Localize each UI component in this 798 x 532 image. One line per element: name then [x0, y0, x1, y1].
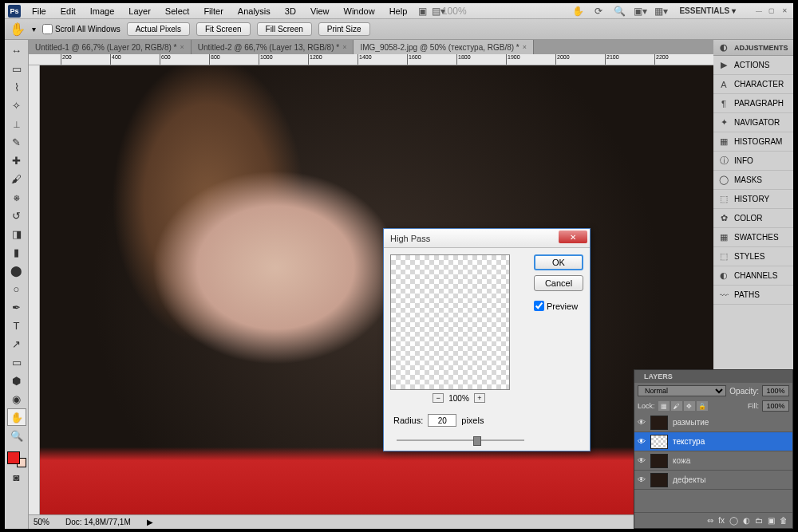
quickmask-tool[interactable]: ◙ — [7, 468, 26, 486]
menu-file[interactable]: File — [26, 5, 53, 18]
panel-navigator[interactable]: ✦NAVIGATOR — [713, 113, 793, 132]
hand-tool[interactable]: ✋ — [7, 408, 26, 426]
panel-histogram[interactable]: ▦HISTOGRAM — [713, 132, 793, 152]
eyedropper-tool[interactable]: ✎ — [7, 133, 26, 151]
crop-tool[interactable]: ⟂ — [7, 115, 26, 132]
gradient-tool[interactable]: ▮ — [7, 243, 26, 261]
pen-tool[interactable]: ✒ — [7, 298, 26, 316]
tab-untitled-1[interactable]: Untitled-1 @ 66,7% (Layer 20, RGB/8) *× — [29, 40, 192, 54]
fill-field[interactable] — [762, 400, 789, 412]
move-tool[interactable]: ↔ — [7, 41, 26, 59]
bridge-icon[interactable]: ▣ — [415, 4, 429, 18]
window-close-icon[interactable]: ✕ — [779, 7, 790, 15]
panel-paths[interactable]: 〰PATHS — [713, 286, 793, 305]
window-maximize-icon[interactable]: ▢ — [766, 7, 777, 15]
layer-thumbnail[interactable] — [650, 435, 668, 449]
zoom-out-button[interactable]: − — [433, 393, 444, 403]
menu-filter[interactable]: Filter — [197, 5, 229, 18]
panel-paragraph[interactable]: ¶PARAGRAPH — [713, 94, 793, 113]
wand-tool[interactable]: ✧ — [7, 97, 26, 114]
tab-untitled-2[interactable]: Untitled-2 @ 66,7% (Layer 13, RGB/8) *× — [192, 40, 354, 54]
panel-swatches[interactable]: ▦SWATCHES — [713, 228, 793, 247]
menu-edit[interactable]: Edit — [54, 5, 82, 18]
menu-analysis[interactable]: Analysis — [231, 5, 277, 18]
history-brush-tool[interactable]: ↺ — [7, 207, 26, 224]
canvas[interactable] — [40, 65, 713, 514]
zoom-in-button[interactable]: + — [474, 393, 485, 403]
menu-3d[interactable]: 3D — [279, 5, 302, 18]
layer-fx-icon[interactable]: fx — [718, 516, 725, 525]
eraser-tool[interactable]: ◨ — [7, 225, 26, 242]
layers-tab[interactable]: LAYERS — [639, 372, 678, 380]
zoom-level[interactable]: 100% — [447, 4, 461, 18]
brush-tool[interactable]: 🖌 — [7, 170, 26, 187]
close-icon[interactable]: × — [342, 43, 346, 51]
radius-slider[interactable] — [397, 439, 524, 441]
layer-thumbnail[interactable] — [650, 416, 668, 430]
tab-img-9058[interactable]: IMG_9058-2.jpg @ 50% (текстура, RGB/8) *… — [354, 40, 534, 54]
link-layers-icon[interactable]: ⇔ — [707, 516, 713, 525]
grid-icon[interactable]: ▦▾ — [654, 4, 668, 18]
adjustments-panel-header[interactable]: ◐ADJUSTMENTS — [713, 40, 793, 56]
marquee-tool[interactable]: ▭ — [7, 60, 26, 77]
filter-preview[interactable] — [390, 254, 510, 390]
dialog-close-button[interactable]: ✕ — [559, 231, 587, 243]
menu-select[interactable]: Select — [159, 5, 196, 18]
fit-screen-button[interactable]: Fit Screen — [196, 22, 251, 36]
lasso-tool[interactable]: ⌇ — [7, 78, 26, 96]
status-arrow-icon[interactable]: ▶ — [147, 518, 153, 526]
adjustment-layer-icon[interactable]: ◐ — [743, 516, 750, 525]
heal-tool[interactable]: ✚ — [7, 152, 26, 169]
panel-color[interactable]: ✿COLOR — [713, 209, 793, 228]
menu-image[interactable]: Image — [84, 5, 121, 18]
menu-help[interactable]: Help — [383, 5, 414, 18]
opacity-field[interactable] — [762, 385, 789, 396]
blur-tool[interactable]: ⬤ — [7, 262, 26, 279]
layer-thumbnail[interactable] — [650, 473, 668, 487]
rotate-icon[interactable]: ⟳ — [591, 4, 606, 18]
lock-position-icon[interactable]: ✥ — [684, 401, 695, 411]
visibility-icon[interactable]: 👁 — [636, 456, 647, 465]
panel-character[interactable]: ACHARACTER — [713, 75, 793, 94]
dodge-tool[interactable]: ○ — [7, 280, 26, 298]
workspace-switcher[interactable]: ESSENTIALS ▾ — [674, 6, 741, 15]
radius-input[interactable] — [428, 414, 456, 427]
close-icon[interactable]: × — [180, 43, 184, 51]
menu-window[interactable]: Window — [338, 5, 381, 18]
color-swatches[interactable] — [7, 448, 26, 467]
visibility-icon[interactable]: 👁 — [636, 475, 647, 484]
layer-row[interactable]: 👁кожа — [634, 451, 792, 471]
lock-transparency-icon[interactable]: ▦ — [658, 401, 670, 411]
print-size-button[interactable]: Print Size — [318, 22, 370, 36]
type-tool[interactable]: T — [7, 317, 26, 334]
visibility-icon[interactable]: 👁 — [636, 437, 647, 446]
window-minimize-icon[interactable]: — — [753, 7, 764, 15]
visibility-icon[interactable]: 👁 — [636, 418, 647, 427]
menu-view[interactable]: View — [304, 5, 336, 18]
preview-checkbox[interactable]: Preview — [534, 301, 583, 311]
panel-history[interactable]: ⬚HISTORY — [713, 190, 793, 209]
cancel-button[interactable]: Cancel — [534, 275, 583, 291]
layer-row[interactable]: 👁текстура — [634, 432, 792, 451]
3d-tool[interactable]: ⬢ — [7, 372, 26, 389]
zoom-icon[interactable]: 🔍 — [612, 4, 626, 18]
stamp-tool[interactable]: ⎈ — [7, 188, 26, 206]
lock-all-icon[interactable]: 🔒 — [697, 401, 708, 411]
layer-row[interactable]: 👁размытие — [634, 413, 792, 432]
delete-layer-icon[interactable]: 🗑 — [780, 516, 788, 525]
lock-pixels-icon[interactable]: 🖌 — [671, 401, 682, 411]
panel-channels[interactable]: ◐CHANNELS — [713, 266, 793, 286]
fill-screen-button[interactable]: Fill Screen — [257, 22, 312, 36]
shape-tool[interactable]: ▭ — [7, 353, 26, 371]
actual-pixels-button[interactable]: Actual Pixels — [127, 22, 190, 36]
close-icon[interactable]: × — [523, 43, 527, 51]
zoom-tool[interactable]: 🔍 — [7, 427, 26, 444]
3d-camera-tool[interactable]: ◉ — [7, 390, 26, 408]
panel-actions[interactable]: ▶ACTIONS — [713, 56, 793, 75]
foreground-swatch[interactable] — [7, 451, 20, 464]
path-tool[interactable]: ↗ — [7, 335, 26, 353]
screen-mode-icon[interactable]: ▣▾ — [633, 4, 647, 18]
layer-group-icon[interactable]: 🗀 — [755, 516, 763, 525]
ok-button[interactable]: OK — [534, 254, 583, 270]
scroll-all-checkbox[interactable]: Scroll All Windows — [42, 24, 120, 34]
